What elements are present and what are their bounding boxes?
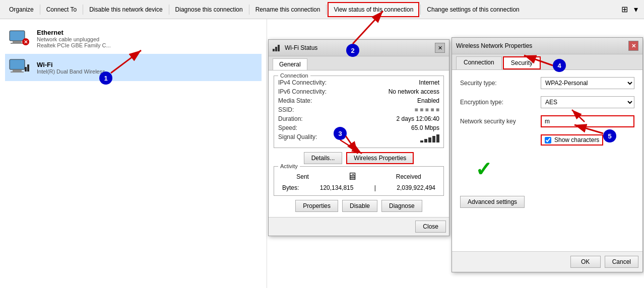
security-type-label: Security type: (460, 80, 541, 87)
connection-section-label: Connection (278, 73, 310, 79)
change-settings-btn[interactable]: Change settings of this connection (422, 3, 524, 16)
ssid-label: SSID: (278, 106, 294, 113)
ok-btn[interactable]: OK (570, 256, 601, 268)
media-row: Media State: Enabled (278, 96, 439, 105)
encryption-type-label: Encryption type: (460, 99, 541, 106)
wifi-name: Wi-Fi (37, 61, 258, 68)
toolbar: Organize Connect To Disable this network… (0, 0, 644, 19)
wifi-status-icon (273, 44, 282, 52)
view-dropdown-icon[interactable]: ▾ (632, 4, 640, 15)
green-checkmark-area: ✓ (475, 158, 634, 181)
ethernet-desc2: Realtek PCIe GBE Family C... (37, 42, 258, 48)
show-characters-label: Show characters (554, 136, 599, 143)
wifi-status-content: Connection IPv4 Connectivity: Internet I… (269, 70, 449, 217)
disable-btn[interactable]: Disable this network device (84, 3, 167, 16)
ipv6-row: IPv6 Connectivity: No network access (278, 87, 439, 96)
encryption-type-select[interactable]: AES (541, 96, 634, 108)
diagnose-btn[interactable]: Diagnose this connection (170, 3, 248, 16)
wnp-tab-connection[interactable]: Connection (456, 56, 502, 69)
separator6 (420, 5, 421, 15)
activity-header-row: Sent 🖥 Received (278, 169, 439, 184)
svg-rect-12 (275, 47, 277, 51)
svg-rect-0 (10, 31, 25, 41)
show-characters-row: Show characters (541, 134, 603, 146)
activity-label: Activity (278, 163, 300, 169)
svg-rect-5 (10, 59, 25, 69)
encryption-type-row: Encryption type: AES (460, 96, 634, 108)
separator3 (169, 5, 169, 15)
green-check-icon: ✓ (475, 158, 492, 180)
wifi-status-close-btn[interactable]: ✕ (435, 43, 445, 53)
disable-wifi-btn[interactable]: Disable (342, 200, 377, 212)
details-wireless-btns: Details... Wireless Properties (274, 152, 444, 164)
network-key-input[interactable] (542, 116, 633, 126)
advanced-settings-btn[interactable]: Advanced settings (460, 196, 525, 208)
cancel-btn[interactable]: Cancel (605, 256, 638, 268)
wifi-icon (9, 58, 30, 75)
bar3 (428, 137, 431, 142)
wnp-dialog: Wireless Network Properties ✕ Connection… (452, 37, 643, 272)
separator2 (83, 5, 83, 15)
ipv6-label: IPv6 Connectivity: (278, 88, 327, 95)
ethernet-name: Ethernet (37, 29, 258, 36)
network-key-row: Network security key (460, 115, 634, 127)
sent-label: Sent (296, 173, 309, 180)
show-characters-checkbox[interactable] (545, 137, 551, 143)
wnp-tab-security[interactable]: Security (503, 56, 541, 69)
connect-to-btn[interactable]: Connect To (41, 3, 82, 16)
svg-text:✕: ✕ (24, 39, 28, 45)
duration-row: Duration: 2 days 12:06:40 (278, 114, 439, 123)
signal-label: Signal Quality: (278, 133, 317, 142)
ethernet-item[interactable]: ✕ Ethernet Network cable unplugged Realt… (5, 24, 262, 53)
rename-btn[interactable]: Rename this connection (250, 3, 326, 16)
ipv4-value: Internet (419, 79, 439, 86)
organize-btn[interactable]: Organize (4, 3, 39, 16)
speed-value: 65.0 Mbps (411, 124, 439, 131)
view-status-btn[interactable]: View status of this connection (328, 2, 419, 17)
wnp-content: Security type: WPA2-Personal Encryption … (452, 70, 642, 251)
ethernet-info: Ethernet Network cable unplugged Realtek… (37, 29, 258, 48)
wifi-icon-container (9, 58, 33, 77)
wifi-item[interactable]: Wi-Fi Intel(R) Dual Band Wireless... (5, 54, 262, 81)
separator4 (249, 5, 249, 15)
wifi-desc: Intel(R) Dual Band Wireless... (37, 68, 258, 75)
connection-section: Connection IPv4 Connectivity: Internet I… (274, 76, 444, 148)
view-icon[interactable]: ⊞ (619, 4, 630, 15)
wireless-properties-btn[interactable]: Wireless Properties (346, 152, 414, 164)
details-btn[interactable]: Details... (304, 152, 343, 164)
media-label: Media State: (278, 97, 312, 104)
separator (40, 5, 40, 15)
bytes-row: Bytes: 120,134,815 | 2,039,922,494 (278, 184, 439, 191)
wnp-title: Wireless Network Properties (456, 42, 532, 49)
wnp-close-btn[interactable]: ✕ (628, 41, 638, 51)
ethernet-desc1: Network cable unplugged (37, 36, 258, 42)
bar4 (432, 136, 435, 142)
duration-value: 2 days 12:06:40 (397, 115, 439, 122)
diagnose-btn[interactable]: Diagnose (381, 200, 422, 212)
security-type-select[interactable]: WPA2-Personal (541, 77, 634, 89)
main-area: ✕ Ethernet Network cable unplugged Realt… (0, 19, 644, 288)
close-btn[interactable]: Close (415, 221, 446, 233)
bottom-btns: Properties Disable Diagnose (274, 200, 444, 212)
toolbar-right: ⊞ ▾ (619, 4, 640, 15)
svg-rect-11 (273, 49, 275, 51)
svg-rect-10 (27, 64, 29, 71)
security-type-select-wrapper: WPA2-Personal (541, 77, 634, 89)
bar5 (436, 134, 439, 142)
tab-general[interactable]: General (273, 58, 307, 70)
wifi-status-tabs: General (269, 56, 449, 70)
media-value: Enabled (417, 97, 439, 104)
signal-row: Signal Quality: (278, 132, 439, 143)
activity-icon: 🖥 (347, 171, 357, 182)
properties-btn[interactable]: Properties (295, 200, 338, 212)
bytes-label: Bytes: (282, 184, 299, 191)
signal-bars (420, 133, 439, 142)
ipv4-row: IPv4 Connectivity: Internet (278, 78, 439, 87)
received-label: Received (396, 173, 421, 180)
svg-rect-7 (11, 71, 24, 73)
wifi-status-dialog: Wi-Fi Status ✕ General Connection IPv4 C… (268, 39, 449, 236)
duration-label: Duration: (278, 115, 303, 122)
speed-row: Speed: 65.0 Mbps (278, 123, 439, 132)
bytes-divider: | (374, 184, 376, 191)
network-panel: ✕ Ethernet Network cable unplugged Realt… (0, 19, 267, 288)
